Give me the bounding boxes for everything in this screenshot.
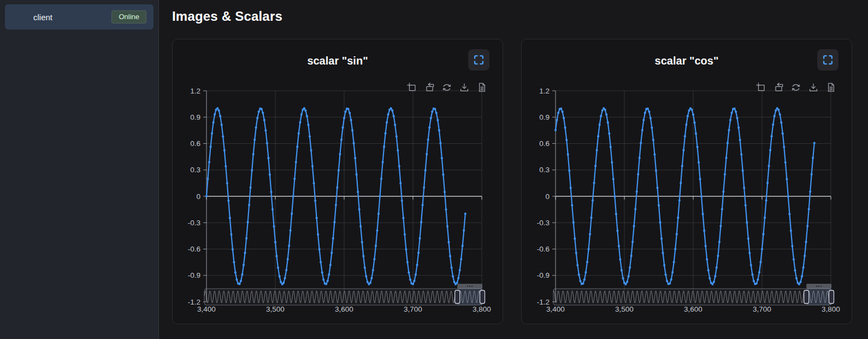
fullscreen-icon <box>474 55 484 65</box>
datazoom-slider[interactable] <box>553 284 834 305</box>
svg-text:3,800: 3,800 <box>822 305 840 313</box>
svg-text:0: 0 <box>545 192 550 201</box>
svg-text:1.2: 1.2 <box>539 87 550 95</box>
svg-text:-0.3: -0.3 <box>537 219 550 227</box>
fullscreen-icon <box>823 55 833 65</box>
svg-text:3,400: 3,400 <box>546 305 565 313</box>
datazoom-handle-right[interactable] <box>829 290 834 303</box>
main-content: Images & Scalars scalar "sin" 1.20.90.60… <box>159 0 868 339</box>
chart-title-cos: scalar "cos" <box>522 55 852 67</box>
chart-panel-sin: scalar "sin" 1.20.90.60.30-0.3-0.6-0.9-1… <box>172 39 503 324</box>
x-axis-zero-line <box>206 196 482 200</box>
svg-text:0.6: 0.6 <box>190 139 200 148</box>
x-axis-zero-line <box>556 196 831 200</box>
client-label: client <box>33 13 52 22</box>
axis-labels: 1.20.90.60.30-0.3-0.6-0.9-1.23,4003,5003… <box>537 87 840 314</box>
svg-text:0: 0 <box>196 192 200 201</box>
sidebar-item-client[interactable]: client Online <box>5 4 153 30</box>
datazoom-handle-right[interactable] <box>480 290 485 303</box>
line-chart-cos[interactable]: 1.20.90.60.30-0.3-0.6-0.9-1.23,4003,5003… <box>522 74 853 320</box>
svg-text:0.9: 0.9 <box>539 113 550 121</box>
svg-text:3,500: 3,500 <box>615 305 634 313</box>
client-status-badge: Online <box>111 10 146 24</box>
svg-text:1.2: 1.2 <box>190 87 200 95</box>
fullscreen-button[interactable] <box>468 49 489 71</box>
svg-text:3,700: 3,700 <box>404 305 422 313</box>
svg-text:-0.9: -0.9 <box>188 271 200 279</box>
svg-text:-0.3: -0.3 <box>188 219 200 227</box>
datazoom-slider[interactable] <box>204 284 485 305</box>
svg-text:3,600: 3,600 <box>684 305 702 313</box>
chart-panels-row: scalar "sin" 1.20.90.60.30-0.3-0.6-0.9-1… <box>172 39 868 324</box>
svg-text:-0.6: -0.6 <box>537 245 550 253</box>
svg-text:-0.6: -0.6 <box>188 245 200 253</box>
svg-text:0.6: 0.6 <box>539 139 550 148</box>
svg-text:3,700: 3,700 <box>753 305 771 313</box>
y-axis <box>552 91 556 302</box>
svg-text:3,400: 3,400 <box>197 305 216 313</box>
svg-text:-0.9: -0.9 <box>537 271 550 279</box>
page-title: Images & Scalars <box>172 9 868 24</box>
svg-text:0.3: 0.3 <box>190 166 200 174</box>
datazoom-handle-left[interactable] <box>455 290 460 303</box>
fullscreen-button[interactable] <box>817 49 839 71</box>
datazoom-window[interactable] <box>457 289 482 305</box>
svg-text:0.3: 0.3 <box>539 166 550 174</box>
chart-panel-cos: scalar "cos" 1.20.90.60.30-0.3-0.6-0.9-1… <box>521 39 852 324</box>
sidebar: client Online <box>0 0 159 339</box>
line-chart-sin[interactable]: 1.20.90.60.30-0.3-0.6-0.9-1.23,4003,5003… <box>173 74 504 320</box>
chart-title-sin: scalar "sin" <box>173 55 503 67</box>
svg-text:0.9: 0.9 <box>190 113 200 121</box>
svg-text:3,600: 3,600 <box>335 305 353 313</box>
svg-text:3,500: 3,500 <box>266 305 285 313</box>
datazoom-window[interactable] <box>806 289 831 305</box>
datazoom-handle-left[interactable] <box>804 290 809 303</box>
svg-text:3,800: 3,800 <box>473 305 491 313</box>
